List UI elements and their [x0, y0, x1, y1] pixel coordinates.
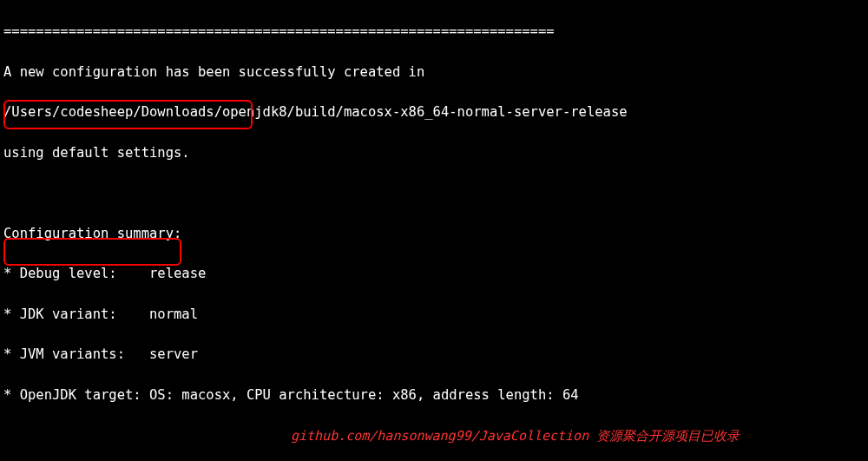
separator-line: ========================================…: [3, 22, 865, 42]
blank-line: [3, 183, 865, 203]
config-jvm-variants: * JVM variants: server: [3, 345, 865, 365]
config-debug-level: * Debug level: release: [3, 264, 865, 284]
config-openjdk-target: * OpenJDK target: OS: macosx, CPU archit…: [3, 385, 865, 405]
terminal-output: ========================================…: [3, 2, 865, 461]
intro-line-3: using default settings.: [3, 143, 865, 163]
config-summary-header: Configuration summary:: [3, 224, 865, 244]
config-jdk-variant: * JDK variant: normal: [3, 305, 865, 325]
intro-line-2: /Users/codesheep/Downloads/openjdk8/buil…: [3, 102, 865, 122]
intro-line-1: A new configuration has been successfull…: [3, 63, 865, 82]
watermark-text: github.com/hansonwang99/JavaCollection 资…: [291, 426, 740, 446]
